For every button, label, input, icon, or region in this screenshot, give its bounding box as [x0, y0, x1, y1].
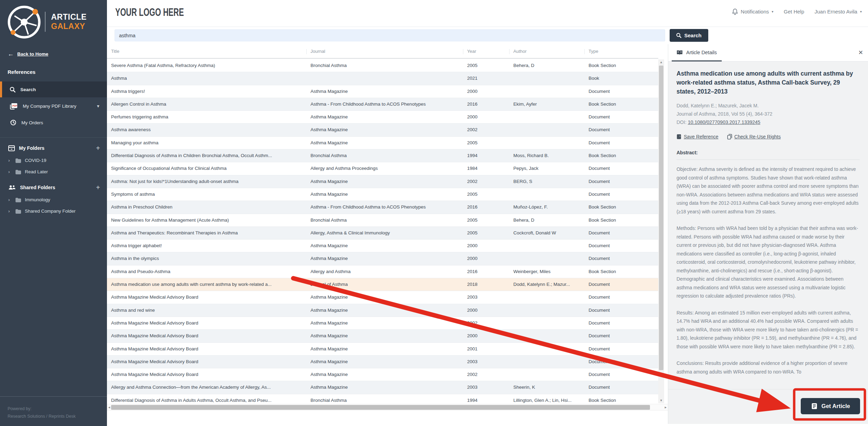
column-header-type[interactable]: Type — [589, 44, 658, 59]
column-header-year[interactable]: Year — [467, 44, 513, 59]
notifications-menu[interactable]: Notifications ▾ — [732, 8, 773, 15]
caret-down-icon: ▾ — [860, 10, 862, 13]
cell-journal: Asthma Magazine — [310, 85, 467, 98]
cell-type: Document — [589, 356, 658, 368]
cell-type: Document — [589, 162, 658, 175]
table-row[interactable]: Asthma in Preschool Children Asthma - Fr… — [107, 201, 658, 214]
chevron-right-icon[interactable]: › — [8, 158, 12, 163]
sidebar-item-my-orders[interactable]: My Orders — [0, 115, 107, 130]
doi-link[interactable]: 10.1080/02770903.2017.1339245 — [688, 119, 760, 125]
table-row[interactable]: Asthma and Therapeutics: Recombinant The… — [107, 227, 658, 240]
cell-journal: Journal of Asthma — [310, 278, 467, 291]
cell-journal: Asthma Magazine — [310, 381, 467, 394]
table-row[interactable]: Asthma triggers! Asthma Magazine 2000 Do… — [107, 85, 658, 98]
chevron-right-icon[interactable]: › — [8, 209, 12, 214]
table-row[interactable]: Significance of Occupational Asthma for … — [107, 162, 658, 175]
table-row[interactable]: Differential Diagnosis of Asthma in Adul… — [107, 394, 658, 403]
table-row[interactable]: Allergen Control in Asthma Asthma - From… — [107, 98, 658, 111]
cell-type: Book Section — [589, 265, 658, 278]
table-row[interactable]: Asthma Magazine Medical Advisory Board A… — [107, 317, 658, 330]
scroll-up-arrow[interactable]: ▲ — [658, 59, 664, 65]
save-reference-link[interactable]: Save Reference — [677, 134, 718, 139]
table-row[interactable]: Asthma Magazine Medical Advisory Board A… — [107, 291, 658, 304]
scroll-left-arrow[interactable]: ◄ — [108, 405, 111, 410]
back-to-home-link[interactable]: ← Back to Home — [8, 50, 48, 58]
search-input[interactable] — [115, 29, 665, 41]
cell-title: Managing your asthma — [111, 137, 310, 149]
table-row[interactable]: Asthma trigger alphabet! Asthma Magazine… — [107, 240, 658, 252]
folder-item[interactable]: › Read Later — [0, 166, 107, 177]
vertical-scrollbar[interactable]: ▲ ▼ — [658, 59, 664, 403]
header-tick — [509, 49, 510, 54]
vertical-scroll-thumb[interactable] — [659, 66, 663, 370]
folder-item[interactable]: › Immunology — [0, 194, 107, 205]
scroll-right-arrow[interactable]: ► — [664, 405, 667, 410]
document-icon — [811, 403, 818, 410]
copy-rights-icon — [727, 134, 732, 139]
horizontal-scrollbar[interactable]: ◄ ► — [107, 404, 668, 410]
chevron-right-icon[interactable]: › — [8, 169, 12, 174]
column-header-title[interactable]: Title — [111, 44, 310, 59]
cell-year: 2002 — [467, 124, 513, 136]
table-row[interactable]: Asthma 2021 Book — [107, 72, 658, 85]
user-menu[interactable]: Juan Ernesto Avila ▾ — [815, 9, 862, 14]
cell-year: 2003 — [467, 356, 513, 368]
table-row[interactable]: Asthma and red wine Asthma Magazine 2000… — [107, 304, 658, 317]
table-row[interactable]: Asthma Magazine Medical Advisory Board A… — [107, 356, 658, 368]
chevron-right-icon[interactable]: › — [8, 197, 12, 202]
table-row[interactable]: Allergy and Asthma Connection—from the A… — [107, 381, 658, 394]
horizontal-scroll-thumb[interactable] — [111, 405, 650, 410]
add-folder-button[interactable]: + — [96, 144, 100, 152]
cell-author — [513, 137, 589, 149]
scroll-down-arrow[interactable]: ▼ — [658, 398, 664, 403]
search-button[interactable]: Search — [670, 29, 708, 42]
table-row[interactable]: Severe Asthma (Fatal Asthma, Refractory … — [107, 59, 658, 72]
cell-year: 2003 — [467, 381, 513, 394]
tab-article-details[interactable]: Article Details — [672, 44, 722, 61]
cell-author: Ekim, Ayfer — [513, 98, 589, 110]
table-row[interactable]: Asthma awareness Asthma Magazine 2002 Do… — [107, 124, 658, 136]
column-header-journal[interactable]: Journal — [310, 44, 467, 59]
table-row[interactable]: Differential Diagnosis of Asthma in Chil… — [107, 149, 658, 162]
table-row[interactable]: Asthma and Pseudo-Asthma Allergy and Ast… — [107, 265, 658, 278]
table-row[interactable]: Managing your asthma Asthma Magazine 200… — [107, 137, 658, 149]
article-galaxy-app: ARTICLE GALAXY ← Back to Home References… — [0, 0, 868, 426]
close-icon[interactable]: ✕ — [858, 49, 863, 56]
sidebar-item-pdf-library[interactable]: PDF My Company PDF Library ▾ — [0, 98, 107, 114]
get-help-link[interactable]: Get Help — [784, 9, 804, 14]
table-row[interactable]: New Guidelines for Asthma Management (Ac… — [107, 214, 658, 227]
column-header-author[interactable]: Author — [513, 44, 589, 59]
brand-block[interactable]: ARTICLE GALAXY — [0, 0, 107, 45]
cell-journal: Allergy and Asthma — [310, 265, 467, 278]
get-article-button[interactable]: Get Article — [801, 398, 860, 414]
panel-body: Asthma medication use among adults with … — [668, 61, 868, 389]
table-row[interactable]: Symptoms of asthma Asthma Magazine 2005 … — [107, 188, 658, 201]
cell-author: Dodd, Katelynn E.; Mazur... — [513, 278, 589, 291]
logo-divider — [45, 12, 46, 32]
cell-type: Document — [589, 330, 658, 342]
cell-type: Book Section — [589, 59, 658, 72]
cell-type: Document — [589, 227, 658, 239]
cell-title: Symptoms of asthma — [111, 188, 310, 201]
powered-by: Powered by: Research Solutions / Reprint… — [0, 396, 107, 420]
brand-name: ARTICLE GALAXY — [51, 12, 87, 31]
cell-year: 2000 — [467, 252, 513, 265]
cell-journal: Asthma Magazine — [310, 111, 467, 123]
table-row[interactable]: Asthma: Not just for kids!*1Understandin… — [107, 175, 658, 188]
folder-item[interactable]: › Shared Company Folder — [0, 205, 107, 217]
cell-title: Allergen Control in Asthma — [111, 98, 310, 110]
table-row[interactable]: Perfumes triggering asthma Asthma Magazi… — [107, 111, 658, 124]
add-shared-folder-button[interactable]: + — [96, 184, 100, 192]
folder-item[interactable]: › COVID-19 — [0, 155, 107, 166]
table-row[interactable]: Asthma medication use among adults with … — [107, 278, 658, 291]
cell-year: 1984 — [467, 162, 513, 175]
check-reuse-rights-link[interactable]: Check Re-Use Rights — [727, 134, 781, 139]
table-row[interactable]: Asthma Magazine Medical Advisory Board A… — [107, 330, 658, 342]
table-row[interactable]: Asthma Magazine Medical Advisory Board A… — [107, 343, 658, 356]
chevron-down-icon: ▾ — [97, 103, 99, 109]
cell-year: 2002 — [467, 368, 513, 381]
cell-type: Document — [589, 111, 658, 123]
sidebar-item-search[interactable]: Search — [0, 81, 107, 97]
table-row[interactable]: Asthma in the olympics Asthma Magazine 2… — [107, 252, 658, 265]
table-row[interactable]: Asthma Magazine Medical Advisory Board A… — [107, 368, 658, 381]
